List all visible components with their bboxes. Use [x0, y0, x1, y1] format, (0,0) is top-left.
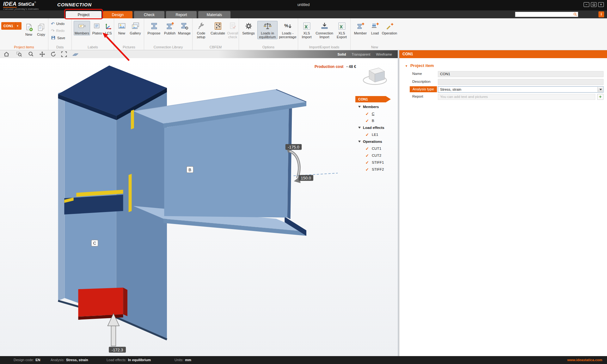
status-value: Stress, strain — [66, 358, 88, 362]
button-label: Loads inequilibrium — [259, 31, 276, 39]
tree-root-banner[interactable]: CON1 — [355, 96, 391, 102]
checkbox-checked-icon[interactable]: ✓ — [365, 167, 372, 172]
import-arrow-icon — [320, 22, 329, 30]
members-label-icon — [78, 22, 86, 30]
calculate-button[interactable]: Calculate — [209, 21, 227, 35]
publish-button[interactable]: Publish — [162, 21, 177, 35]
dim-value-force: -172.3 — [112, 348, 123, 352]
checkbox-checked-icon[interactable]: ✓ — [365, 146, 372, 151]
tab-design[interactable]: Design — [103, 11, 132, 18]
tree-item-load-effects[interactable]: Load effects — [354, 124, 384, 131]
ribbon-group-project-items: CON1 ▾ New Copy Project items — [0, 18, 48, 50]
expander-icon[interactable] — [358, 106, 361, 108]
expander-icon[interactable] — [358, 127, 361, 129]
close-button[interactable]: × — [598, 2, 604, 7]
name-field[interactable]: CON1 — [438, 71, 604, 77]
copy-icon — [37, 23, 46, 32]
rotate-icon[interactable] — [50, 51, 57, 58]
new-operation-button[interactable]: Operation — [382, 21, 397, 35]
new-picture-button[interactable]: New — [116, 21, 127, 35]
loads-in-equilibrium-toggle[interactable]: Loads inequilibrium — [257, 21, 278, 39]
render-mode-wireframe[interactable]: Wireframe — [376, 52, 392, 56]
section-project-item[interactable]: ▼Project item — [405, 63, 434, 68]
gallery-button[interactable]: Gallery — [128, 21, 143, 35]
3d-viewport[interactable]: -172.3 -175.0 150.0 B C Production cost … — [0, 58, 398, 356]
tab-check[interactable]: Check — [134, 11, 164, 18]
labels-lcs-toggle[interactable]: LCS — [103, 21, 113, 35]
weld-top-flange[interactable] — [131, 110, 134, 129]
render-mode-transparent[interactable]: Transparent — [352, 52, 370, 56]
settings-button[interactable]: Settings — [240, 21, 257, 35]
xls-import-button[interactable]: X XLSImport — [299, 21, 314, 39]
ribbon-group-title: Pictures — [114, 45, 144, 49]
copy-project-item-button[interactable]: Copy — [35, 22, 47, 37]
lcs-axes-icon — [104, 22, 113, 30]
tree-item-members[interactable]: Members — [354, 104, 379, 110]
expander-icon[interactable] — [358, 141, 361, 143]
manage-button[interactable]: Manage — [177, 21, 192, 35]
undo-button[interactable]: ↶ Undo — [51, 21, 64, 26]
checkbox-checked-icon[interactable]: ✓ — [365, 160, 372, 165]
code-setup-button[interactable]: Codesetup — [194, 21, 208, 39]
tree-item-label: C — [372, 112, 374, 116]
connection-import-button[interactable]: ConnectionImport — [315, 21, 334, 39]
checkbox-checked-icon[interactable]: ✓ — [365, 118, 372, 123]
tree-item-operations[interactable]: Operations — [354, 138, 382, 145]
checkbox-checked-icon[interactable]: ✓ — [365, 112, 372, 116]
tab-materials[interactable]: Materials — [198, 11, 230, 18]
chevron-down-icon[interactable] — [598, 87, 603, 92]
zoom-icon[interactable] — [28, 51, 34, 58]
working-plane-icon[interactable] — [72, 51, 79, 58]
new-load-button[interactable]: Load — [369, 21, 381, 35]
redo-button[interactable]: ↷ Redo — [51, 28, 64, 33]
module-title: CONNECTION — [57, 2, 92, 7]
new-member-button[interactable]: Member — [353, 21, 368, 35]
report-label: Report — [412, 94, 423, 98]
dim-value-moment-top: -175.0 — [288, 145, 299, 149]
ribbon-group-title: Labels — [72, 45, 114, 49]
add-report-button[interactable]: + — [597, 94, 604, 100]
new-document-icon — [25, 23, 33, 32]
zoom-extents-icon[interactable] — [61, 51, 67, 58]
production-cost: Production cost - 48 € — [315, 64, 356, 69]
search-input[interactable] — [515, 12, 578, 17]
labels-plates-toggle[interactable]: Plates — [91, 21, 103, 35]
render-mode-solid[interactable]: Solid — [337, 52, 346, 56]
base-plate-red[interactable] — [78, 288, 123, 317]
checkbox-checked-icon[interactable]: ✓ — [365, 153, 372, 158]
analysis-type-dropdown[interactable]: Stress, strain — [438, 86, 604, 93]
labels-members-toggle[interactable]: Members — [74, 21, 90, 35]
tree-item-stiff2[interactable]: ✓ STIFF2 — [354, 166, 384, 173]
checkbox-checked-icon[interactable]: ✓ — [365, 132, 372, 137]
info-button[interactable]: i — [598, 11, 604, 17]
minimize-button[interactable]: − — [584, 2, 589, 7]
button-label: XLSImport — [302, 31, 311, 39]
tree-item-member-b[interactable]: ✓ B — [354, 118, 374, 124]
weld-bottom-flange[interactable] — [129, 174, 132, 212]
new-project-item-button[interactable]: New — [22, 22, 35, 37]
maximize-button[interactable] — [591, 2, 597, 7]
tree-item-stiff1[interactable]: ✓ STIFF1 — [354, 159, 384, 166]
column-left-flange-face[interactable] — [58, 91, 65, 301]
tree-item-member-c[interactable]: ✓ C — [354, 111, 374, 117]
propose-button[interactable]: Propose — [146, 21, 162, 35]
save-button[interactable]: Save — [51, 35, 65, 40]
overall-check-button[interactable]: Overallcheck — [227, 21, 238, 39]
zoom-window-icon[interactable] — [16, 51, 22, 58]
button-label: Redo — [56, 29, 64, 33]
picture-icon — [118, 22, 126, 30]
tree-item-cut2[interactable]: ✓ CUT2 — [354, 152, 381, 159]
xls-export-button[interactable]: X XLSExport — [335, 21, 349, 39]
button-label: New — [118, 31, 125, 35]
tree-item-cut1[interactable]: ✓ CUT1 — [354, 145, 381, 152]
report-field[interactable]: You can add text and pictures — [438, 94, 595, 100]
logo-idea-text: IDEA — [3, 1, 17, 8]
tab-report[interactable]: Report — [166, 11, 197, 18]
loads-percentage-button[interactable]: % Loads -percentage — [278, 21, 297, 39]
pan-icon[interactable] — [39, 51, 46, 58]
website-link[interactable]: www.ideastatica.com — [567, 356, 602, 364]
description-field[interactable] — [438, 79, 604, 85]
project-item-selector-button[interactable]: CON1 ▾ — [1, 22, 21, 30]
tree-item-le1[interactable]: ✓ LE1 — [354, 131, 378, 138]
home-view-icon[interactable] — [3, 51, 10, 58]
